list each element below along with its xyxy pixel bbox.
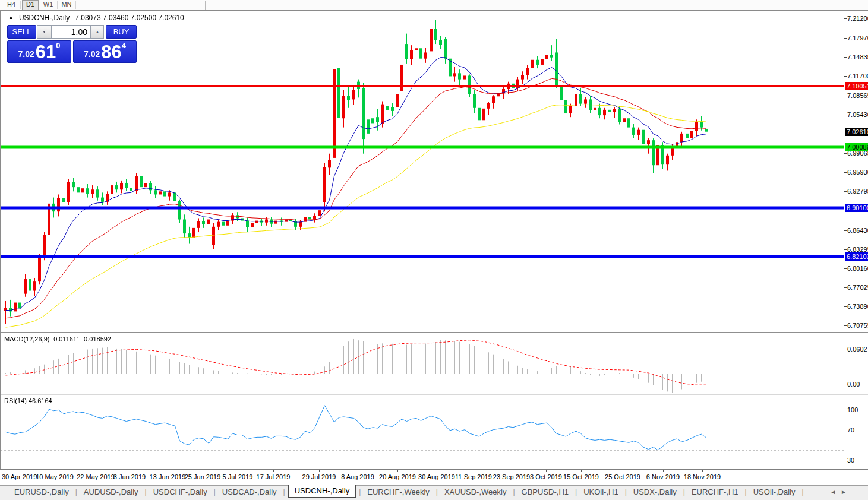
chart-tab-usdcad-daily[interactable]: USDCAD-,Daily — [219, 486, 280, 499]
buy-price-pips: 86 — [101, 44, 121, 61]
date-tick — [437, 470, 437, 472]
one-click-trade-panel: SELL ▼ ▲ BUY 7.02 61 0 7.02 86 4 — [7, 25, 137, 74]
tab-separator: | — [510, 488, 517, 496]
buy-price-button[interactable]: 7.02 86 4 — [73, 40, 137, 63]
toolbar-separator — [205, 1, 206, 11]
axis-tick — [844, 96, 847, 96]
chart-tab-ukoil-h1[interactable]: UKOil-,H1 — [580, 486, 622, 499]
chevron-up-icon: ▲ — [96, 30, 100, 34]
axis-tick — [844, 18, 847, 19]
chevron-down-icon: ▼ — [42, 30, 46, 34]
price-axis-label: 6.86430 — [847, 227, 868, 234]
tab-separator: | — [356, 488, 364, 496]
date-tick — [55, 470, 55, 472]
date-axis-label: 25 Jun 2019 — [185, 473, 221, 480]
buy-button[interactable]: BUY — [106, 25, 137, 39]
sell-price-point: 0 — [56, 41, 60, 50]
axis-tick — [844, 230, 847, 231]
period-button-mn[interactable]: MN — [59, 0, 74, 9]
scroll-right-icon[interactable]: ► — [841, 489, 851, 495]
chart-tab-usdcnh-daily[interactable]: USDCNH-,Daily — [288, 485, 356, 498]
tab-separator: | — [142, 488, 150, 496]
chart-tab-audusd-daily[interactable]: AUDUSD-,Daily — [80, 486, 142, 499]
period-toolbar: H4D1W1MN — [0, 0, 868, 10]
price-axis-label: 7.17970 — [847, 34, 868, 42]
date-axis-label: 3 Oct 2019 — [530, 473, 562, 480]
tab-separator: | — [680, 488, 688, 496]
date-tick — [512, 470, 512, 472]
rsi-canvas[interactable] — [1, 395, 844, 470]
scroll-left-icon[interactable]: ◄ — [830, 489, 841, 495]
date-tick — [358, 470, 358, 472]
date-axis-label: 22 May 2019 — [77, 473, 115, 480]
date-axis-label: 29 Jul 2019 — [302, 473, 336, 480]
chart-tab-eurchf-h1[interactable]: EURCHF-,H1 — [688, 486, 742, 499]
chart-tab-usoil-daily[interactable]: USOil-,Daily — [750, 486, 799, 499]
date-tick — [397, 470, 398, 472]
date-tick — [130, 470, 130, 472]
macd-axis-label: 0.060273 — [847, 346, 868, 353]
price-axis-label: 6.95930 — [847, 169, 868, 176]
tab-separator: | — [572, 488, 580, 496]
axis-tick — [844, 153, 847, 154]
chart-symbol-period: USDCNH-,Daily — [19, 14, 70, 22]
rsi-axis-label: 100 — [847, 406, 858, 413]
volume-decrease-button[interactable]: ▼ — [37, 25, 52, 39]
axis-tick — [844, 325, 847, 326]
date-axis-label: 8 Aug 2019 — [341, 473, 374, 480]
axis-tick — [844, 191, 847, 192]
date-tick — [702, 470, 703, 472]
date-axis-label: 18 Nov 2019 — [684, 473, 721, 480]
period-button-h4[interactable]: H4 — [4, 0, 19, 9]
chart-tab-gbpusd-h1[interactable]: GBPUSD-,H1 — [518, 486, 572, 499]
period-button-d1[interactable]: D1 — [22, 0, 39, 10]
buy-price-prefix: 7.02 — [84, 49, 100, 59]
chart-tab-xauusd-weekly[interactable]: XAUUSD-,Weekly — [441, 486, 510, 499]
date-tick — [663, 470, 664, 472]
axis-tick — [844, 268, 847, 269]
toolbar-separator — [75, 1, 76, 9]
sell-price-button[interactable]: 7.02 61 0 — [7, 40, 71, 63]
date-tick — [623, 470, 623, 472]
sell-button[interactable]: SELL — [7, 25, 36, 39]
price-tag: 7.10051 — [845, 82, 868, 90]
rsi-panel: RSI(14) 46.6164 10070300 — [1, 395, 868, 470]
volume-increase-button[interactable]: ▲ — [91, 25, 104, 39]
chart-tab-eurusd-daily[interactable]: EURUSD-,Daily — [11, 486, 72, 499]
price-axis-label: 6.70755 — [847, 322, 868, 329]
rsi-axis-label: 30 — [847, 457, 854, 464]
chart-ohlc-values: 7.03073 7.03460 7.02500 7.02610 — [75, 14, 184, 22]
price-axis-label: 6.92795 — [847, 188, 868, 195]
chart-tab-usdchf-daily[interactable]: USDCHF-,Daily — [150, 486, 211, 499]
price-tag: 7.02610 — [845, 128, 868, 136]
axis-tick — [844, 76, 847, 77]
date-tick — [273, 470, 274, 472]
chart-window: ▲ USDCNH-,Daily 7.03073 7.03460 7.02500 … — [0, 10, 868, 485]
date-axis: 30 Apr 201910 May 201922 May 20193 Jun 2… — [0, 469, 868, 485]
collapse-triangle-icon[interactable]: ▲ — [8, 14, 14, 22]
tab-separator: | — [72, 488, 80, 496]
price-tag: 6.82103 — [845, 252, 868, 261]
tab-scroll-arrows[interactable]: ◄► — [830, 489, 851, 495]
date-tick — [203, 470, 203, 472]
chart-tab-eurchf-weekly[interactable]: EURCHF-,Weekly — [364, 486, 433, 499]
chart-tab-usdx-daily[interactable]: USDX-,Daily — [630, 486, 680, 499]
date-axis-label: 13 Jun 2019 — [150, 473, 186, 480]
date-axis-label: 3 Jun 2019 — [113, 473, 146, 480]
date-axis-label: 5 Jul 2019 — [223, 473, 253, 480]
macd-canvas[interactable] — [1, 334, 844, 394]
date-axis-label: 30 Apr 2019 — [2, 473, 37, 480]
macd-axis-label: 0.00 — [847, 381, 860, 388]
volume-input[interactable] — [52, 25, 91, 39]
period-button-w1[interactable]: W1 — [40, 0, 56, 9]
price-axis-label: 7.08565 — [847, 92, 868, 99]
rsi-axis: 10070300 — [844, 395, 868, 470]
date-axis-label: 20 Aug 2019 — [379, 473, 416, 480]
date-axis-label: 25 Oct 2019 — [605, 473, 640, 480]
axis-tick — [844, 57, 847, 58]
axis-tick — [844, 287, 847, 288]
trading-platform-window: H4D1W1MN ▲ USDCNH-,Daily 7.03073 7.03460… — [0, 0, 868, 500]
date-axis-label: 15 Oct 2019 — [563, 473, 599, 480]
price-axis-label: 7.14835 — [847, 53, 868, 61]
price-axis-label: 7.21200 — [847, 15, 868, 22]
